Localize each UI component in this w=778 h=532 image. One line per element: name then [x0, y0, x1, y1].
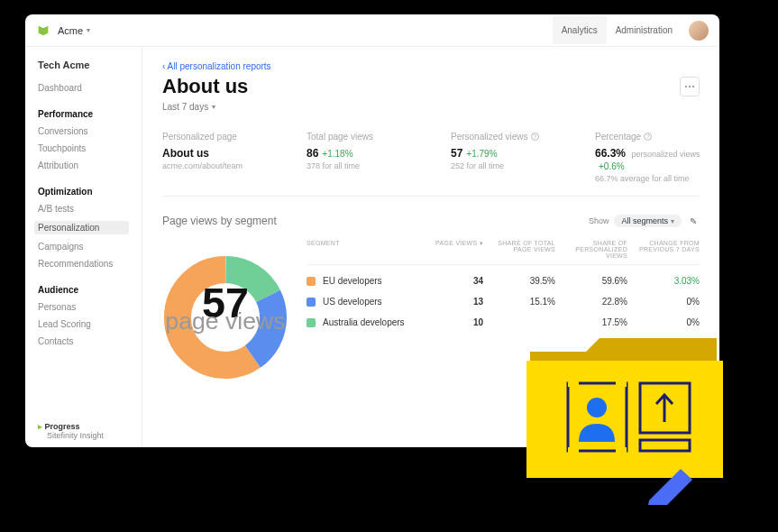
- sidebar-item-dashboard[interactable]: Dashboard: [38, 83, 129, 93]
- sidebar-item-contacts[interactable]: Contacts: [38, 336, 129, 346]
- color-swatch: [307, 318, 316, 327]
- footer-brand: Progress: [45, 422, 80, 431]
- sidebar-group-audience: Audience: [38, 285, 129, 295]
- segments-controls: Show All segments▾ ✎: [589, 215, 700, 227]
- segments-title: Page views by segment: [162, 215, 277, 227]
- brand-label: Acme: [58, 25, 83, 36]
- sidebar-item-personas[interactable]: Personas: [38, 302, 129, 312]
- topbar: Acme ▾ Analytics Administration: [25, 14, 719, 47]
- sidebar-item-leadscoring[interactable]: Lead Scoring: [38, 319, 129, 329]
- cell-change: 0%: [627, 297, 700, 307]
- stat-value: 86+1.18%: [307, 147, 415, 160]
- stat-sub: 252 for all time: [451, 161, 559, 170]
- show-label: Show: [589, 216, 609, 225]
- chevron-down-icon: ▾: [87, 26, 90, 34]
- sidebar-item-abtests[interactable]: A/B tests: [38, 204, 129, 214]
- stat-label: Personalized page: [162, 132, 270, 142]
- col-change[interactable]: Change from previous 7 days: [627, 240, 700, 259]
- footer-product: Sitefinity Insight: [47, 431, 104, 440]
- sidebar-item-personalization[interactable]: Personalization: [34, 221, 129, 234]
- stat-value: 66.3% personalized views +0.6%: [595, 147, 703, 172]
- sidebar-tenant: Tech Acme: [38, 60, 129, 70]
- cell-change: 3.03%: [627, 276, 700, 286]
- title-row: About us ⋯: [162, 75, 700, 98]
- info-icon[interactable]: ?: [531, 133, 539, 141]
- color-swatch: [307, 298, 316, 307]
- cell-share-total: 39.5%: [483, 276, 555, 286]
- cell-share-pers: 22.8%: [555, 297, 627, 307]
- sidebar-footer: ▸ Progress Sitefinity Insight: [38, 422, 129, 440]
- page-title: About us: [162, 75, 248, 98]
- stat-sub: 66.7% average for all time: [595, 174, 703, 183]
- sidebar-item-touchpoints[interactable]: Touchpoints: [38, 143, 129, 153]
- cell-views: 13: [431, 297, 483, 307]
- col-share-total[interactable]: Share of total page views: [483, 240, 555, 259]
- col-share-pers[interactable]: Share of personalized views: [555, 240, 627, 259]
- cell-share-total: 15.1%: [483, 297, 555, 307]
- table-row[interactable]: US developers1315.1%22.8%0%: [307, 291, 700, 312]
- stat-sub: 378 for all time: [307, 161, 415, 170]
- segments-header-row: Page views by segment Show All segments▾…: [162, 215, 700, 227]
- segment-name: Australia developers: [307, 317, 431, 327]
- tab-analytics[interactable]: Analytics: [553, 16, 607, 44]
- sidebar-group-performance: Performance: [38, 109, 129, 119]
- stat-label: Total page views: [307, 132, 415, 142]
- chevron-down-icon: ▾: [212, 103, 215, 111]
- topbar-left: Acme ▾: [36, 23, 90, 38]
- stat-personalized-views: Personalized views ? 57+1.79% 252 for al…: [451, 132, 559, 183]
- logo-icon: [36, 23, 50, 38]
- sidebar-group-optimization: Optimization: [38, 187, 129, 197]
- stat-label: Personalized views ?: [451, 132, 559, 142]
- segment-name: EU developers: [307, 276, 431, 286]
- edit-icon[interactable]: ✎: [687, 215, 700, 227]
- cell-share-pers: 59.6%: [555, 276, 627, 286]
- col-views[interactable]: Page views ▾: [431, 240, 483, 259]
- more-button[interactable]: ⋯: [680, 77, 700, 96]
- sidebar-item-recommendations[interactable]: Recommendations: [38, 259, 129, 269]
- sidebar-item-conversions[interactable]: Conversions: [38, 126, 129, 136]
- stat-total-views: Total page views 86+1.18% 378 for all ti…: [307, 132, 415, 183]
- table-row[interactable]: EU developers3439.5%59.6%3.03%: [307, 271, 700, 291]
- topbar-right: Analytics Administration: [553, 16, 709, 44]
- stat-sub: acme.com/about/team: [162, 161, 270, 170]
- sidebar-item-campaigns[interactable]: Campaigns: [38, 242, 129, 252]
- stat-label: Percentage ?: [595, 132, 703, 142]
- stats-row: Personalized page About us acme.com/abou…: [162, 132, 700, 197]
- brand-selector[interactable]: Acme ▾: [58, 25, 90, 36]
- decorative-folder: [523, 325, 748, 505]
- svg-point-8: [587, 398, 607, 417]
- donut-chart: 57 page views: [162, 254, 288, 381]
- chevron-down-icon: ▾: [671, 217, 674, 225]
- cell-views: 34: [431, 276, 483, 286]
- tab-administration[interactable]: Administration: [607, 16, 682, 44]
- stat-value: 57+1.79%: [451, 147, 559, 160]
- color-swatch: [307, 277, 316, 286]
- breadcrumb[interactable]: All personalization reports: [162, 61, 700, 71]
- cell-views: 10: [431, 317, 483, 327]
- date-range-label: Last 7 days: [162, 102, 208, 112]
- col-segment: Segment: [307, 240, 431, 259]
- avatar[interactable]: [689, 21, 709, 41]
- date-range-selector[interactable]: Last 7 days ▾: [162, 102, 700, 112]
- stat-value: About us: [162, 147, 270, 160]
- stat-page: Personalized page About us acme.com/abou…: [162, 132, 270, 183]
- donut-center-label: page views: [165, 307, 285, 335]
- stat-percentage: Percentage ? 66.3% personalized views +0…: [595, 132, 703, 183]
- table-header: Segment Page views ▾ Share of total page…: [307, 240, 700, 265]
- sidebar: Tech Acme Dashboard Performance Conversi…: [25, 47, 142, 447]
- segment-name: US developers: [307, 297, 431, 307]
- sidebar-item-attribution[interactable]: Attribution: [38, 161, 129, 170]
- segments-filter-pill[interactable]: All segments▾: [614, 215, 682, 227]
- info-icon[interactable]: ?: [644, 133, 652, 141]
